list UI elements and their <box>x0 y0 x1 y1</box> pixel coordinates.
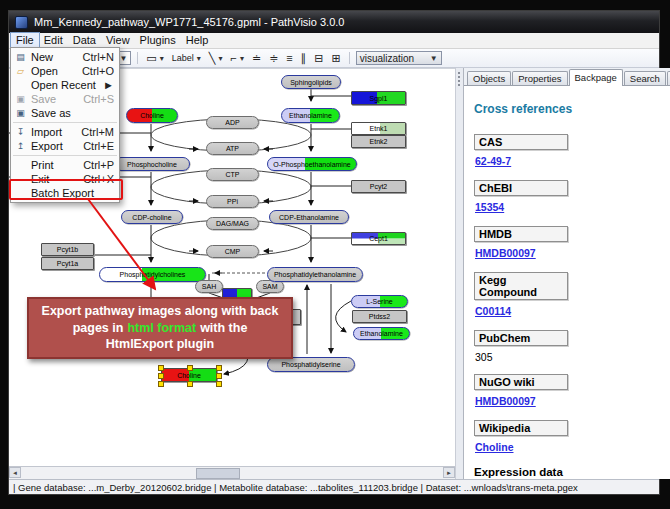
gene-box-cept1[interactable]: Cept1 <box>351 232 406 245</box>
order-back-icon[interactable]: ⊟ <box>312 51 325 66</box>
menubar-item-help[interactable]: Help <box>181 33 214 48</box>
align-center-icon[interactable]: ≐ <box>250 51 263 66</box>
node-phosphatidylethanolamine[interactable]: Phosphatidylethanolamine <box>267 267 363 282</box>
scrollbar-thumb[interactable] <box>196 468 240 479</box>
node-choline-selected[interactable]: Choline <box>161 368 217 382</box>
node-label: Phosphatidylcholines <box>120 271 186 278</box>
menubar-item-data[interactable]: Data <box>68 33 101 48</box>
node-o-phosphoethanolamine[interactable]: O-Phosphoethanolamine <box>267 157 357 171</box>
distribute-horizontal-icon[interactable]: ≡ <box>284 51 294 66</box>
annotation-line3: HtmlExport plugin <box>32 336 288 353</box>
node-label: Pcyt1a <box>57 260 78 267</box>
file-menu-item-save[interactable]: ▣SaveCtrl+S <box>11 92 119 106</box>
node-cmp[interactable]: CMP <box>206 245 259 258</box>
selection-handle[interactable] <box>187 381 193 387</box>
node-label: L-Serine <box>366 298 392 305</box>
node-ctp[interactable]: CTP <box>206 168 259 181</box>
menubar-item-plugins[interactable]: Plugins <box>135 33 181 48</box>
node-sphingolipids[interactable]: Sphingolipids <box>281 75 341 89</box>
node-ethanolamine-top[interactable]: Ethanolamine <box>281 108 340 123</box>
status-bar: | Gene database: ...m_Derby_20120602.bri… <box>9 479 659 494</box>
gene-box-pcyt1b[interactable]: Pcyt1b <box>41 243 94 256</box>
crossref-link[interactable]: Choline <box>475 441 514 453</box>
crossref-source: ChEBI <box>474 180 568 196</box>
file-menu-item-open-recent[interactable]: Open Recent► <box>11 78 119 92</box>
batch-export-highlight <box>9 179 123 200</box>
icon-glyph: ▭ <box>146 51 156 66</box>
menubar-item-view[interactable]: View <box>101 33 135 48</box>
node-cdp-choline[interactable]: CDP-choline <box>121 210 183 224</box>
menubar-item-edit[interactable]: Edit <box>39 33 68 48</box>
menu-item-shortcut: Ctrl+P <box>77 159 114 171</box>
node-phosphatidylserine[interactable]: Phosphatidylserine <box>267 357 355 372</box>
gene-shape-button[interactable]: ▭▾ <box>144 51 165 66</box>
selection-handle[interactable] <box>216 373 222 379</box>
node-label: SAM <box>262 283 277 290</box>
crossref-link[interactable]: 15354 <box>475 201 504 213</box>
label-button[interactable]: Label▾ <box>170 51 203 66</box>
node-ethanolamine-bottom[interactable]: Ethanolamine <box>353 327 410 340</box>
line-button[interactable]: ╲▾ <box>207 51 225 66</box>
tab-backpage[interactable]: Backpage <box>569 69 623 86</box>
visualization-combobox[interactable]: visualization ▼ <box>356 51 442 65</box>
crossref-link[interactable]: C00114 <box>475 305 511 317</box>
icon-glyph: ⊟ <box>314 51 323 66</box>
file-menu-item-save-as[interactable]: ▣Save as <box>11 106 119 120</box>
save-as-icon: ▣ <box>13 108 28 118</box>
gene-box-sgpl1[interactable]: Sgpl1 <box>351 91 406 105</box>
connector-button[interactable]: ⌐▾ <box>228 51 245 66</box>
gene-box-pcyt1a[interactable]: Pcyt1a <box>41 257 94 270</box>
toolbar-separator <box>137 52 138 64</box>
icon-glyph: Label <box>172 53 194 63</box>
node-label: SAH <box>202 283 216 290</box>
gene-box-etnk2[interactable]: Etnk2 <box>351 135 406 148</box>
node-adp[interactable]: ADP <box>206 116 259 129</box>
node-ppi[interactable]: PPi <box>206 195 259 208</box>
node-atp[interactable]: ATP <box>206 142 259 155</box>
node-label: CDP-choline <box>132 214 171 221</box>
node-phosphatidylcholines[interactable]: Phosphatidylcholines <box>99 267 206 282</box>
scroll-left-icon[interactable]: ◄ <box>9 467 21 478</box>
tab-properties[interactable]: Properties <box>512 71 567 85</box>
menubar-item-file[interactable]: File <box>11 33 39 48</box>
tab-search[interactable]: Search <box>624 71 666 85</box>
node-l-serine[interactable]: L-Serine <box>351 295 408 308</box>
node-label: Ethanolamine <box>289 112 332 119</box>
node-sah[interactable]: SAH <box>195 280 223 293</box>
node-label: Ethanolamine <box>360 330 403 337</box>
crossref-link[interactable]: HMDB00097 <box>475 247 536 259</box>
align-middle-icon[interactable]: ≑ <box>267 51 280 66</box>
horizontal-scrollbar[interactable]: ◄ ► <box>9 466 455 479</box>
file-menu-item-import[interactable]: ↧ImportCtrl+M <box>11 125 119 139</box>
file-menu-item-open[interactable]: ▱OpenCtrl+O <box>11 64 119 78</box>
menu-item-label: Save as <box>28 107 108 119</box>
scroll-right-icon[interactable]: ► <box>443 467 455 478</box>
file-menu-item-print[interactable]: PrintCtrl+P <box>11 158 119 172</box>
node-dag-mag[interactable]: DAG/MAG <box>206 217 259 230</box>
selection-handle[interactable] <box>158 373 164 379</box>
node-choline-top[interactable]: Choline <box>126 108 178 123</box>
icon-glyph: ╲ <box>209 51 216 66</box>
title-bar[interactable]: Mm_Kennedy_pathway_WP1771_45176.gpml - P… <box>9 11 659 33</box>
selection-handle[interactable] <box>216 365 222 371</box>
selection-handle[interactable] <box>187 365 193 371</box>
gene-box-pcyt2[interactable]: Pcyt2 <box>351 180 406 193</box>
order-front-icon[interactable]: ⊞ <box>329 51 342 66</box>
selection-handle[interactable] <box>158 365 164 371</box>
chevron-down-icon: ▼ <box>430 54 438 63</box>
node-label: Ptdss2 <box>369 313 390 320</box>
selection-handle[interactable] <box>216 381 222 387</box>
crossref-link[interactable]: 62-49-7 <box>475 155 511 167</box>
node-phosphocholine[interactable]: Phosphocholine <box>114 157 190 171</box>
node-cdp-ethanolamine[interactable]: CDP-Ethanolamine <box>269 210 349 224</box>
annotation-line2: pages inhtml formatwith the <box>32 320 288 337</box>
distribute-vertical-icon[interactable]: ∥ <box>299 51 309 66</box>
selection-handle[interactable] <box>158 381 164 387</box>
gene-box-ptdss2[interactable]: Ptdss2 <box>352 310 407 323</box>
panel-splitter[interactable] <box>455 68 463 479</box>
file-menu-item-new[interactable]: ▤NewCtrl+N <box>11 50 119 64</box>
gene-box-etnk1[interactable]: Etnk1 <box>351 122 406 135</box>
tab-objects[interactable]: Objects <box>467 71 511 85</box>
crossref-link[interactable]: HMDB00097 <box>475 395 536 407</box>
file-menu-item-export[interactable]: ↥ExportCtrl+E <box>11 139 119 153</box>
